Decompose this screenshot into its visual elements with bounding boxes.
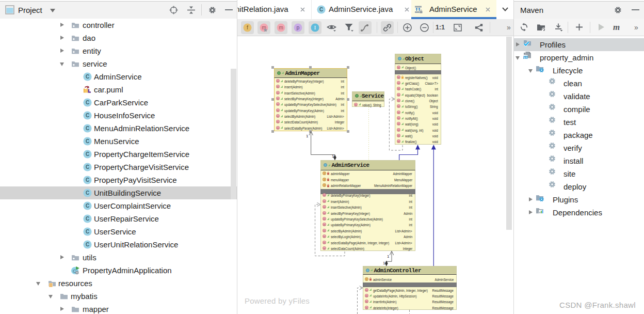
- svg-text:C: C: [86, 190, 89, 196]
- svg-text:C: C: [86, 203, 89, 209]
- svg-text:1: 1: [383, 261, 385, 265]
- svg-text:C: C: [86, 113, 89, 118]
- svg-text:1: 1: [387, 254, 390, 259]
- svg-text:C: C: [86, 138, 89, 144]
- svg-text:1: 1: [306, 134, 309, 138]
- svg-text:C: C: [86, 229, 89, 234]
- svg-text:m: m: [523, 54, 528, 59]
- svg-text:1: 1: [332, 154, 334, 159]
- svg-text:C: C: [86, 177, 89, 183]
- svg-text:C: C: [86, 74, 89, 80]
- svg-text:C: C: [86, 216, 89, 222]
- svg-text:C: C: [86, 125, 89, 131]
- svg-text:C: C: [86, 242, 89, 247]
- svg-text:C: C: [86, 164, 89, 170]
- svg-text:C: C: [86, 100, 89, 105]
- svg-text:C: C: [86, 151, 89, 157]
